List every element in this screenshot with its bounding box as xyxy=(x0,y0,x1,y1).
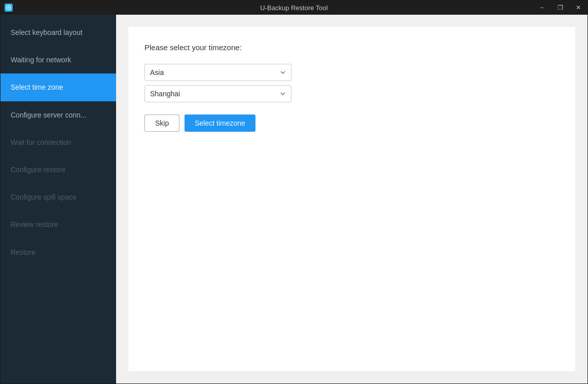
skip-button[interactable]: Skip xyxy=(144,114,179,132)
app-icon xyxy=(5,4,13,12)
titlebar: U-Backup Restore Tool − ❐ ✕ xyxy=(1,1,587,15)
city-dropdown[interactable]: ShanghaiTokyoSeoulSingaporeHong_KongKolk… xyxy=(144,85,291,102)
dropdown-container: AfricaAmericaAntarcticaArcticAsiaAtlanti… xyxy=(144,64,559,102)
minimize-button[interactable]: − xyxy=(533,1,551,15)
button-row: Skip Select timezone xyxy=(144,114,559,132)
section-title: Please select your timezone: xyxy=(144,43,559,52)
sidebar-item-restore: Restore xyxy=(1,239,116,266)
sidebar-item-waiting-for-network[interactable]: Waiting for network xyxy=(1,46,116,73)
sidebar-item-select-time-zone[interactable]: Select time zone xyxy=(1,73,116,101)
window-controls: − ❐ ✕ xyxy=(533,1,587,15)
close-button[interactable]: ✕ xyxy=(569,1,587,15)
application-window: U-Backup Restore Tool − ❐ ✕ Select keybo… xyxy=(0,0,588,384)
sidebar-item-configure-spill-space: Configure spill space xyxy=(1,183,116,211)
sidebar-item-select-keyboard-layout[interactable]: Select keyboard layout xyxy=(1,19,116,46)
svg-point-1 xyxy=(8,7,10,9)
sidebar-item-wait-for-connection: Wait for connection xyxy=(1,129,116,156)
content-panel: Please select your timezone: AfricaAmeri… xyxy=(128,27,575,371)
region-dropdown[interactable]: AfricaAmericaAntarcticaArcticAsiaAtlanti… xyxy=(144,64,291,81)
sidebar-item-review-restore: Review restore xyxy=(1,211,116,238)
sidebar-item-configure-server-conn[interactable]: Configure server conn... xyxy=(1,101,116,129)
content-area: Please select your timezone: AfricaAmeri… xyxy=(116,15,587,383)
select-timezone-button[interactable]: Select timezone xyxy=(185,114,255,132)
main-content: Select keyboard layoutWaiting for networ… xyxy=(1,15,587,383)
window-title: U-Backup Restore Tool xyxy=(260,4,327,12)
sidebar-item-configure-restore: Configure restore xyxy=(1,156,116,183)
maximize-button[interactable]: ❐ xyxy=(551,1,569,15)
sidebar: Select keyboard layoutWaiting for networ… xyxy=(1,15,116,383)
